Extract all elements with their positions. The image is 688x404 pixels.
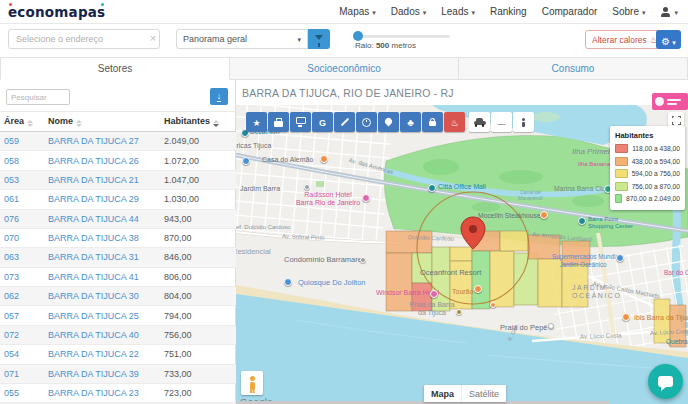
nav-mapas[interactable]: Mapas (339, 6, 376, 17)
nome-cell[interactable]: BARRA DA TIJUCA 38 (44, 228, 160, 247)
area-cell[interactable]: 054 (0, 345, 44, 364)
area-cell[interactable]: 053 (0, 170, 44, 189)
nav-dados[interactable]: Dados (391, 6, 426, 17)
mall-poi[interactable] (428, 184, 436, 192)
map-type-satelite[interactable]: Satélite (461, 385, 506, 402)
mall-poi[interactable] (578, 217, 586, 225)
nome-cell[interactable]: BARRA DA TIJUCA 26 (44, 151, 160, 170)
nav-leads[interactable]: Leads (441, 6, 475, 17)
nome-cell[interactable]: BARRA DA TIJUCA 30 (44, 287, 160, 306)
radius-slider-handle[interactable] (353, 31, 363, 41)
supermarket-poi[interactable] (616, 254, 624, 262)
settings-button[interactable] (656, 30, 681, 49)
user-menu[interactable] (660, 6, 678, 17)
toolbar-star-button[interactable] (246, 112, 267, 132)
area-cell[interactable]: 055 (0, 383, 44, 402)
address-input[interactable] (8, 29, 160, 49)
table-row[interactable]: 076BARRA DA TIJUCA 44943,00 (0, 209, 236, 228)
nome-cell[interactable]: BARRA DA TIJUCA 31 (44, 248, 160, 267)
table-row[interactable]: 071BARRA DA TIJUCA 39733,00 (0, 364, 236, 383)
header-area[interactable]: Área (0, 112, 44, 132)
restaurant-poi[interactable] (320, 155, 328, 163)
nome-cell[interactable]: BARRA DA TIJUCA 41 (44, 267, 160, 286)
panorama-select[interactable]: Panorama geral (176, 29, 308, 49)
radius-slider-track[interactable] (356, 35, 450, 38)
area-cell[interactable]: 070 (0, 228, 44, 247)
nome-cell[interactable]: BARRA DA TIJUCA 21 (44, 170, 160, 189)
header-nome[interactable]: Nome (44, 112, 160, 132)
toolbar-pegman-button[interactable] (513, 112, 534, 132)
area-cell[interactable]: 058 (0, 151, 44, 170)
tab-socioeconomico[interactable]: Socioeconômico (230, 57, 459, 80)
kiosk-poi[interactable] (284, 278, 292, 286)
hotel-restaurant-poi[interactable] (622, 313, 630, 321)
restaurant-poi[interactable] (490, 302, 496, 308)
tab-consumo[interactable]: Consumo (459, 57, 688, 80)
beach-poi[interactable] (548, 323, 554, 329)
area-cell[interactable]: 061 (0, 190, 44, 209)
toolbar-car-button[interactable] (469, 112, 490, 132)
area-cell[interactable]: 071 (0, 364, 44, 383)
toolbar-google-button[interactable] (312, 112, 333, 132)
nome-cell[interactable]: BARRA DA TIJUCA 23 (44, 383, 160, 402)
table-row[interactable]: 054BARRA DA TIJUCA 22751,00 (0, 345, 236, 364)
place-poi[interactable] (304, 184, 310, 190)
restaurant-poi[interactable] (474, 285, 482, 293)
nome-cell[interactable]: BARRA DA TIJUCA 40 (44, 325, 160, 344)
header-habitantes[interactable]: Habitantes (160, 112, 236, 132)
alterar-calores-button[interactable]: Alterar calores (585, 30, 665, 49)
chat-widget-button[interactable] (648, 364, 683, 399)
table-row[interactable]: 070BARRA DA TIJUCA 38870,00 (0, 228, 236, 247)
place-poi[interactable] (456, 309, 462, 315)
toolbar-marker-button[interactable] (378, 112, 399, 132)
hotel-poi[interactable] (430, 290, 438, 298)
nome-cell[interactable]: BARRA DA TIJUCA 29 (44, 190, 160, 209)
toolbar-lock-button[interactable] (422, 112, 443, 132)
table-row[interactable]: 061BARRA DA TIJUCA 291.030,00 (0, 190, 236, 209)
table-row[interactable]: 058BARRA DA TIJUCA 261.072,00 (0, 151, 236, 170)
mall-highlight[interactable] (652, 93, 688, 110)
area-cell[interactable]: 062 (0, 287, 44, 306)
hotel-poi[interactable] (362, 194, 370, 202)
toolbar-minus-button[interactable] (491, 112, 512, 132)
nome-cell[interactable]: BARRA DA TIJUCA 39 (44, 364, 160, 383)
area-cell[interactable]: 057 (0, 306, 44, 325)
table-row[interactable]: 063BARRA DA TIJUCA 31846,00 (0, 248, 236, 267)
nav-sobre[interactable]: Sobre (612, 6, 645, 17)
tab-setores[interactable]: Setores (0, 57, 230, 80)
table-row[interactable]: 055BARRA DA TIJUCA 23723,00 (0, 383, 236, 402)
map-container[interactable]: Decathlon Américas Tijuca Casa do Alemão… (236, 105, 688, 404)
nome-cell[interactable]: BARRA DA TIJUCA 22 (44, 345, 160, 364)
table-row[interactable]: 073BARRA DA TIJUCA 41806,00 (0, 267, 236, 286)
area-cell[interactable]: 059 (0, 132, 44, 151)
table-row[interactable]: 072BARRA DA TIJUCA 40756,00 (0, 325, 236, 344)
download-button[interactable] (210, 88, 228, 105)
restaurant-poi[interactable] (540, 211, 548, 219)
filter-button[interactable] (308, 29, 330, 49)
nav-comparador[interactable]: Comparador (542, 6, 598, 17)
nome-cell[interactable]: BARRA DA TIJUCA 25 (44, 306, 160, 325)
search-input[interactable] (6, 89, 70, 105)
area-cell[interactable]: 063 (0, 248, 44, 267)
map-type-mapa[interactable]: Mapa (424, 385, 461, 402)
table-row[interactable]: 059BARRA DA TIJUCA 272.049,00 (0, 132, 236, 151)
nav-ranking[interactable]: Ranking (490, 6, 527, 17)
nome-cell[interactable]: BARRA DA TIJUCA 27 (44, 132, 160, 151)
table-row[interactable]: 057BARRA DA TIJUCA 25794,00 (0, 306, 236, 325)
table-row[interactable]: 062BARRA DA TIJUCA 30804,00 (0, 287, 236, 306)
area-cell[interactable]: 072 (0, 325, 44, 344)
toolbar-tree-button[interactable] (400, 112, 421, 132)
condo-poi[interactable] (360, 257, 366, 263)
shopping-poi[interactable] (242, 157, 250, 165)
nome-cell[interactable]: BARRA DA TIJUCA 44 (44, 209, 160, 228)
toolbar-fire-button[interactable] (444, 112, 465, 132)
area-cell[interactable]: 076 (0, 209, 44, 228)
brand-logo[interactable]: economapas (8, 4, 105, 20)
toolbar-history-button[interactable] (356, 112, 377, 132)
clear-address-icon[interactable] (147, 31, 159, 45)
table-row[interactable]: 053BARRA DA TIJUCA 211.047,00 (0, 170, 236, 189)
toolbar-draw-button[interactable] (334, 112, 355, 132)
area-cell[interactable]: 073 (0, 267, 44, 286)
toolbar-monitor-button[interactable] (290, 112, 311, 132)
toolbar-briefcase-button[interactable] (268, 112, 289, 132)
